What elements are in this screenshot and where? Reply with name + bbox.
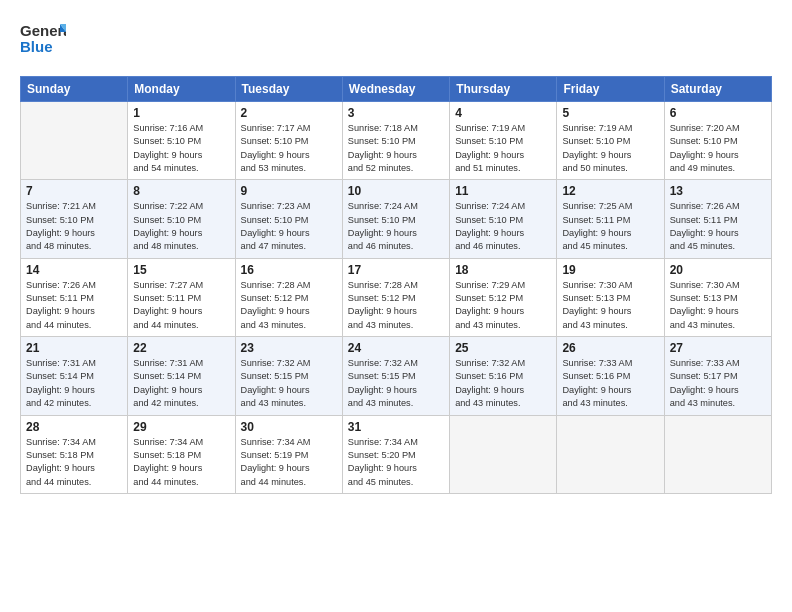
day-number: 18 <box>455 263 551 277</box>
day-number: 23 <box>241 341 337 355</box>
day-number: 22 <box>133 341 229 355</box>
day-info: Sunrise: 7:23 AMSunset: 5:10 PMDaylight:… <box>241 200 337 253</box>
weekday-sunday: Sunday <box>21 77 128 102</box>
day-info: Sunrise: 7:31 AMSunset: 5:14 PMDaylight:… <box>133 357 229 410</box>
calendar-cell: 26Sunrise: 7:33 AMSunset: 5:16 PMDayligh… <box>557 337 664 415</box>
day-info: Sunrise: 7:33 AMSunset: 5:16 PMDaylight:… <box>562 357 658 410</box>
week-row-1: 1Sunrise: 7:16 AMSunset: 5:10 PMDaylight… <box>21 102 772 180</box>
calendar-cell: 3Sunrise: 7:18 AMSunset: 5:10 PMDaylight… <box>342 102 449 180</box>
day-number: 29 <box>133 420 229 434</box>
day-number: 4 <box>455 106 551 120</box>
day-number: 17 <box>348 263 444 277</box>
day-number: 5 <box>562 106 658 120</box>
calendar-cell: 24Sunrise: 7:32 AMSunset: 5:15 PMDayligh… <box>342 337 449 415</box>
weekday-wednesday: Wednesday <box>342 77 449 102</box>
calendar-cell <box>450 415 557 493</box>
day-number: 28 <box>26 420 122 434</box>
day-info: Sunrise: 7:22 AMSunset: 5:10 PMDaylight:… <box>133 200 229 253</box>
day-info: Sunrise: 7:28 AMSunset: 5:12 PMDaylight:… <box>241 279 337 332</box>
calendar-cell: 25Sunrise: 7:32 AMSunset: 5:16 PMDayligh… <box>450 337 557 415</box>
day-info: Sunrise: 7:25 AMSunset: 5:11 PMDaylight:… <box>562 200 658 253</box>
day-info: Sunrise: 7:31 AMSunset: 5:14 PMDaylight:… <box>26 357 122 410</box>
day-info: Sunrise: 7:34 AMSunset: 5:18 PMDaylight:… <box>26 436 122 489</box>
day-info: Sunrise: 7:32 AMSunset: 5:16 PMDaylight:… <box>455 357 551 410</box>
day-number: 19 <box>562 263 658 277</box>
calendar-cell: 7Sunrise: 7:21 AMSunset: 5:10 PMDaylight… <box>21 180 128 258</box>
calendar-cell <box>21 102 128 180</box>
weekday-saturday: Saturday <box>664 77 771 102</box>
day-number: 25 <box>455 341 551 355</box>
calendar-cell: 23Sunrise: 7:32 AMSunset: 5:15 PMDayligh… <box>235 337 342 415</box>
calendar-cell: 31Sunrise: 7:34 AMSunset: 5:20 PMDayligh… <box>342 415 449 493</box>
weekday-thursday: Thursday <box>450 77 557 102</box>
weekday-tuesday: Tuesday <box>235 77 342 102</box>
day-info: Sunrise: 7:34 AMSunset: 5:19 PMDaylight:… <box>241 436 337 489</box>
calendar-cell <box>557 415 664 493</box>
day-number: 14 <box>26 263 122 277</box>
day-info: Sunrise: 7:32 AMSunset: 5:15 PMDaylight:… <box>348 357 444 410</box>
day-info: Sunrise: 7:29 AMSunset: 5:12 PMDaylight:… <box>455 279 551 332</box>
day-number: 13 <box>670 184 766 198</box>
calendar-cell: 30Sunrise: 7:34 AMSunset: 5:19 PMDayligh… <box>235 415 342 493</box>
calendar-cell: 19Sunrise: 7:30 AMSunset: 5:13 PMDayligh… <box>557 258 664 336</box>
day-number: 26 <box>562 341 658 355</box>
day-number: 11 <box>455 184 551 198</box>
day-info: Sunrise: 7:30 AMSunset: 5:13 PMDaylight:… <box>670 279 766 332</box>
day-info: Sunrise: 7:17 AMSunset: 5:10 PMDaylight:… <box>241 122 337 175</box>
calendar-cell: 8Sunrise: 7:22 AMSunset: 5:10 PMDaylight… <box>128 180 235 258</box>
day-info: Sunrise: 7:18 AMSunset: 5:10 PMDaylight:… <box>348 122 444 175</box>
day-info: Sunrise: 7:24 AMSunset: 5:10 PMDaylight:… <box>348 200 444 253</box>
calendar-cell: 12Sunrise: 7:25 AMSunset: 5:11 PMDayligh… <box>557 180 664 258</box>
day-info: Sunrise: 7:33 AMSunset: 5:17 PMDaylight:… <box>670 357 766 410</box>
calendar-cell: 22Sunrise: 7:31 AMSunset: 5:14 PMDayligh… <box>128 337 235 415</box>
week-row-2: 7Sunrise: 7:21 AMSunset: 5:10 PMDaylight… <box>21 180 772 258</box>
logo: General Blue <box>20 18 66 66</box>
calendar-cell: 10Sunrise: 7:24 AMSunset: 5:10 PMDayligh… <box>342 180 449 258</box>
day-info: Sunrise: 7:16 AMSunset: 5:10 PMDaylight:… <box>133 122 229 175</box>
weekday-header-row: SundayMondayTuesdayWednesdayThursdayFrid… <box>21 77 772 102</box>
page: General Blue SundayMondayTuesdayWednesda… <box>0 0 792 612</box>
day-info: Sunrise: 7:24 AMSunset: 5:10 PMDaylight:… <box>455 200 551 253</box>
calendar-cell: 18Sunrise: 7:29 AMSunset: 5:12 PMDayligh… <box>450 258 557 336</box>
weekday-friday: Friday <box>557 77 664 102</box>
logo-icon: General Blue <box>20 18 66 62</box>
calendar-cell: 28Sunrise: 7:34 AMSunset: 5:18 PMDayligh… <box>21 415 128 493</box>
svg-text:Blue: Blue <box>20 38 53 55</box>
header: General Blue <box>20 18 772 66</box>
calendar: SundayMondayTuesdayWednesdayThursdayFrid… <box>20 76 772 494</box>
weekday-monday: Monday <box>128 77 235 102</box>
week-row-3: 14Sunrise: 7:26 AMSunset: 5:11 PMDayligh… <box>21 258 772 336</box>
day-number: 6 <box>670 106 766 120</box>
day-info: Sunrise: 7:19 AMSunset: 5:10 PMDaylight:… <box>455 122 551 175</box>
day-info: Sunrise: 7:28 AMSunset: 5:12 PMDaylight:… <box>348 279 444 332</box>
day-info: Sunrise: 7:26 AMSunset: 5:11 PMDaylight:… <box>670 200 766 253</box>
day-info: Sunrise: 7:26 AMSunset: 5:11 PMDaylight:… <box>26 279 122 332</box>
svg-text:General: General <box>20 22 66 39</box>
day-number: 20 <box>670 263 766 277</box>
day-number: 31 <box>348 420 444 434</box>
week-row-4: 21Sunrise: 7:31 AMSunset: 5:14 PMDayligh… <box>21 337 772 415</box>
day-info: Sunrise: 7:32 AMSunset: 5:15 PMDaylight:… <box>241 357 337 410</box>
calendar-cell: 16Sunrise: 7:28 AMSunset: 5:12 PMDayligh… <box>235 258 342 336</box>
calendar-cell: 27Sunrise: 7:33 AMSunset: 5:17 PMDayligh… <box>664 337 771 415</box>
calendar-cell: 6Sunrise: 7:20 AMSunset: 5:10 PMDaylight… <box>664 102 771 180</box>
calendar-cell: 29Sunrise: 7:34 AMSunset: 5:18 PMDayligh… <box>128 415 235 493</box>
day-number: 21 <box>26 341 122 355</box>
calendar-cell: 15Sunrise: 7:27 AMSunset: 5:11 PMDayligh… <box>128 258 235 336</box>
day-info: Sunrise: 7:30 AMSunset: 5:13 PMDaylight:… <box>562 279 658 332</box>
calendar-cell: 20Sunrise: 7:30 AMSunset: 5:13 PMDayligh… <box>664 258 771 336</box>
day-number: 24 <box>348 341 444 355</box>
day-number: 9 <box>241 184 337 198</box>
day-number: 3 <box>348 106 444 120</box>
day-info: Sunrise: 7:34 AMSunset: 5:18 PMDaylight:… <box>133 436 229 489</box>
calendar-cell: 13Sunrise: 7:26 AMSunset: 5:11 PMDayligh… <box>664 180 771 258</box>
week-row-5: 28Sunrise: 7:34 AMSunset: 5:18 PMDayligh… <box>21 415 772 493</box>
calendar-cell <box>664 415 771 493</box>
day-number: 15 <box>133 263 229 277</box>
calendar-cell: 21Sunrise: 7:31 AMSunset: 5:14 PMDayligh… <box>21 337 128 415</box>
day-info: Sunrise: 7:21 AMSunset: 5:10 PMDaylight:… <box>26 200 122 253</box>
calendar-cell: 2Sunrise: 7:17 AMSunset: 5:10 PMDaylight… <box>235 102 342 180</box>
day-info: Sunrise: 7:20 AMSunset: 5:10 PMDaylight:… <box>670 122 766 175</box>
day-number: 1 <box>133 106 229 120</box>
calendar-cell: 1Sunrise: 7:16 AMSunset: 5:10 PMDaylight… <box>128 102 235 180</box>
